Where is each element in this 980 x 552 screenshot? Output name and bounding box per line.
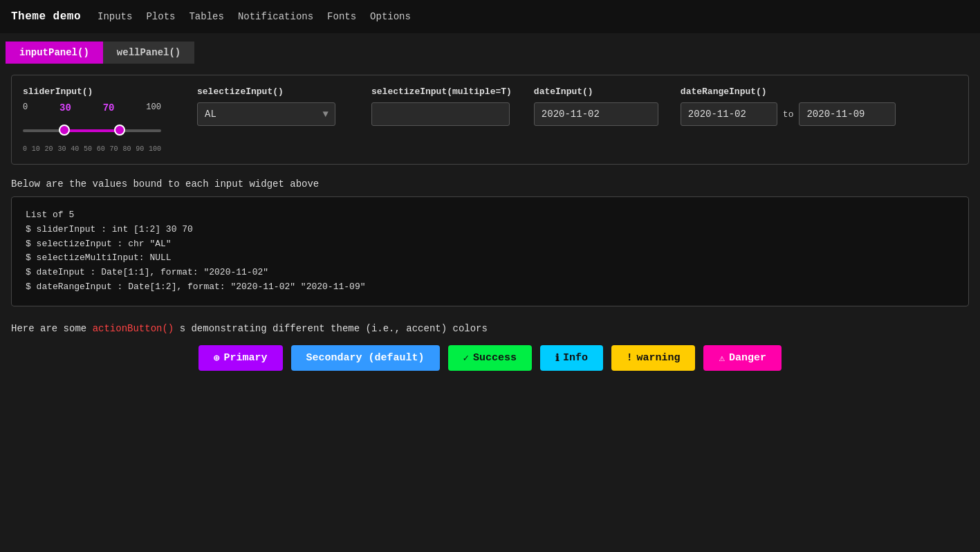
nav-plots[interactable]: Plots (146, 11, 175, 22)
code-line-3: $ dateInput : Date[1:1], format: "2020-1… (26, 266, 954, 280)
nav-tables[interactable]: Tables (189, 11, 223, 22)
slider-val-right: 70 (103, 102, 115, 113)
warning-triangle-icon: ⚠ (719, 352, 724, 364)
select-single-wrapper: AL ▼ (197, 102, 335, 126)
btn-primary[interactable]: ⊕ Primary (198, 345, 282, 371)
date-input-field[interactable] (534, 102, 658, 126)
btn-secondary[interactable]: Secondary (default) (291, 345, 440, 371)
action-desc-prefix: Here are some (11, 323, 93, 334)
tab-input-panel[interactable]: inputPanel() (6, 42, 103, 64)
tabs-bar: inputPanel() wellPanel() (6, 42, 974, 64)
code-line-title: List of 5 (26, 208, 954, 223)
select-multi-label: selectizeInput(multiple=T) (371, 86, 512, 97)
slider-max: 100 (146, 102, 161, 113)
check-icon: ✓ (463, 352, 469, 364)
select-single-input[interactable]: AL (197, 102, 335, 126)
btn-info-label: Info (563, 352, 588, 364)
nav-notifications[interactable]: Notifications (238, 11, 313, 22)
input-panel-box: sliderInput() 0 30 70 100 01020304050607… (11, 75, 969, 165)
values-description: Below are the values bound to each input… (11, 178, 969, 190)
code-line-1: $ selectizeInput : chr "AL" (26, 237, 954, 252)
nav-menu: Inputs Plots Tables Notifications Fonts … (98, 11, 411, 22)
nav-options[interactable]: Options (370, 11, 411, 22)
slider-val-left: 30 (59, 102, 71, 113)
plus-circle-icon: ⊕ (214, 352, 219, 364)
action-buttons-row: ⊕ Primary Secondary (default) ✓ Success … (11, 345, 969, 371)
btn-success-label: Success (473, 352, 517, 364)
select-multi-group: selectizeInput(multiple=T) (371, 86, 512, 126)
date-range-from[interactable] (681, 102, 777, 126)
code-output-box: List of 5 $ sliderInput : int [1:2] 30 7… (11, 196, 969, 306)
main-content: sliderInput() 0 30 70 100 01020304050607… (0, 64, 980, 382)
nav-inputs[interactable]: Inputs (98, 11, 132, 22)
slider-min: 0 (23, 102, 28, 113)
slider-track[interactable] (23, 122, 161, 138)
date-range-separator: to (783, 109, 794, 120)
select-multi-input[interactable] (371, 102, 510, 126)
btn-danger[interactable]: ⚠ Danger (703, 345, 781, 371)
slider-ticks: 0102030405060708090100 (23, 145, 161, 153)
nav-fonts[interactable]: Fonts (327, 11, 356, 22)
date-input-label: dateInput() (534, 86, 658, 97)
slider-label: sliderInput() (23, 86, 175, 97)
tab-well-panel[interactable]: wellPanel() (103, 42, 194, 64)
inputs-row: sliderInput() 0 30 70 100 01020304050607… (23, 86, 957, 153)
date-range-label: dateRangeInput() (681, 86, 896, 97)
slider-group: sliderInput() 0 30 70 100 01020304050607… (23, 86, 175, 153)
select-single-label: selectizeInput() (197, 86, 349, 97)
btn-warning-label: warning (636, 352, 680, 364)
action-desc-highlight: actionButton() (93, 323, 174, 334)
date-input-group: dateInput() (534, 86, 658, 126)
date-range-row: to (681, 102, 896, 126)
date-range-to[interactable] (799, 102, 896, 126)
app-brand: Theme demo (11, 10, 81, 23)
btn-info[interactable]: ℹ Info (540, 345, 603, 371)
action-desc-suffix: s demonstrating different theme (i.e., a… (174, 323, 488, 334)
code-line-2: $ selectizeMultiInput: NULL (26, 251, 954, 266)
btn-danger-label: Danger (729, 352, 766, 364)
code-line-4: $ dateRangeInput : Date[1:2], format: "2… (26, 280, 954, 295)
date-range-group: dateRangeInput() to (681, 86, 896, 126)
action-description: Here are some actionButton() s demonstra… (11, 323, 969, 334)
select-single-group: selectizeInput() AL ▼ (197, 86, 349, 126)
btn-secondary-label: Secondary (default) (306, 352, 425, 364)
navbar: Theme demo Inputs Plots Tables Notificat… (0, 0, 980, 33)
slider-values-row: 0 30 70 100 (23, 102, 161, 113)
code-line-0: $ sliderInput : int [1:2] 30 70 (26, 223, 954, 237)
btn-warning[interactable]: ! warning (611, 345, 695, 371)
btn-primary-label: Primary (224, 352, 268, 364)
slider-thumb-left[interactable] (59, 125, 70, 136)
exclamation-icon: ! (627, 352, 632, 363)
btn-success[interactable]: ✓ Success (448, 345, 532, 371)
slider-thumb-right[interactable] (114, 125, 125, 136)
info-icon: ℹ (555, 352, 559, 364)
